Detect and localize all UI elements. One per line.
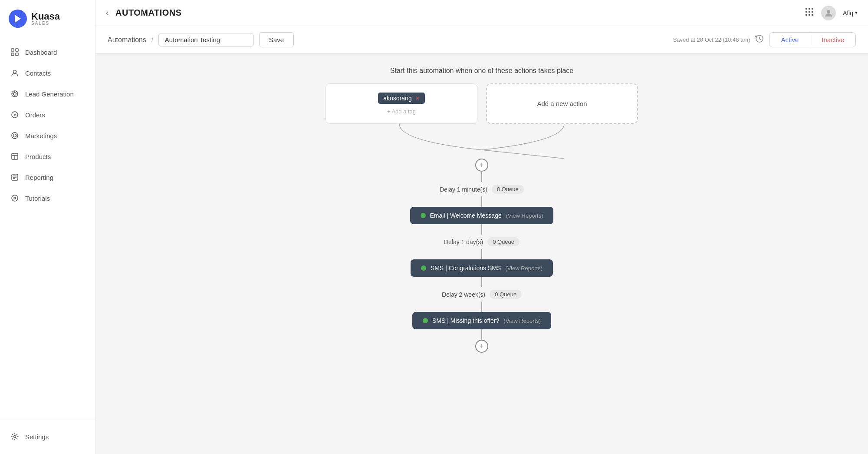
action-node-1-label: Email | Welcome Message <box>430 212 502 219</box>
svg-point-7 <box>13 93 16 95</box>
sidebar-nav: Dashboard Contacts <box>0 37 95 419</box>
save-button[interactable]: Save <box>259 32 294 47</box>
sidebar-item-products[interactable]: Products <box>0 146 95 167</box>
logo-name: Kuasa <box>31 12 60 21</box>
settings-icon <box>10 432 19 441</box>
flow-line-3 <box>481 224 482 235</box>
tag-label: akusorang <box>383 95 411 102</box>
delay-text-3: Delay 2 week(s) <box>442 291 485 298</box>
action-node-3[interactable]: SMS | Missing this offer? (View Reports) <box>412 312 551 329</box>
view-reports-2[interactable]: (View Reports) <box>505 265 542 272</box>
tag-remove-icon[interactable]: ✕ <box>415 95 420 101</box>
content: Automations / Save Saved at 28 Oct 22 (1… <box>95 26 868 454</box>
avatar <box>821 6 836 20</box>
action-node-1[interactable]: Email | Welcome Message (View Reports) <box>410 207 554 224</box>
orders-icon <box>10 110 19 119</box>
breadcrumb-separator: / <box>151 36 153 43</box>
svg-marker-0 <box>15 15 21 23</box>
breadcrumb-right: Saved at 28 Oct 22 (10:48 am) Active Ina… <box>673 32 856 47</box>
svg-point-23 <box>12 195 18 201</box>
grid-icon[interactable] <box>805 7 814 19</box>
delay-row-3: Delay 2 week(s) 0 Queue <box>442 290 522 299</box>
canvas: Start this automation when one of these … <box>95 54 868 454</box>
user-name: Afiq <box>843 10 853 17</box>
sidebar-item-tutorials-label: Tutorials <box>25 195 50 202</box>
sidebar-item-reporting[interactable]: Reporting <box>0 167 95 188</box>
flow-line-4 <box>481 249 482 259</box>
breadcrumb-bar: Automations / Save Saved at 28 Oct 22 (1… <box>95 26 868 54</box>
flow-line-2 <box>481 196 482 207</box>
svg-rect-33 <box>809 14 810 16</box>
svg-rect-32 <box>806 14 807 16</box>
svg-rect-29 <box>806 11 807 13</box>
add-circle-icon: + <box>480 161 484 170</box>
automation-name-input[interactable] <box>158 33 254 46</box>
status-toggle: Active Inactive <box>769 32 856 47</box>
sidebar-bottom: Settings <box>0 419 95 454</box>
topbar-title: AUTOMATIONS <box>115 8 182 18</box>
user-menu[interactable]: Afiq ▾ <box>843 10 858 17</box>
connector-svg <box>317 124 647 159</box>
history-icon[interactable] <box>755 34 764 45</box>
node-status-dot-3 <box>423 318 428 323</box>
trigger-row: akusorang ✕ + Add a tag Add a new action <box>326 83 638 124</box>
sidebar-item-dashboard[interactable]: Dashboard <box>0 42 95 63</box>
sidebar-item-lead-generation[interactable]: Lead Generation <box>0 83 95 104</box>
svg-rect-34 <box>812 14 813 16</box>
add-node-button[interactable]: + <box>475 159 488 172</box>
svg-rect-26 <box>806 8 807 10</box>
add-action-label: Add a new action <box>537 100 587 107</box>
queue-badge-2: 0 Queue <box>487 237 519 246</box>
logo-icon <box>9 10 27 28</box>
svg-rect-28 <box>812 8 813 10</box>
dashboard-icon <box>10 48 19 56</box>
products-icon <box>10 152 19 161</box>
action-node-3-label: SMS | Missing this offer? <box>432 317 499 324</box>
trigger-box: akusorang ✕ + Add a tag <box>326 83 477 124</box>
sidebar-item-reporting-label: Reporting <box>25 174 53 181</box>
main-area: ‹ AUTOMATIONS <box>95 0 868 454</box>
sidebar-item-marketings[interactable]: Marketings <box>0 125 95 146</box>
node-status-dot-2 <box>421 265 426 271</box>
saved-timestamp: Saved at 28 Oct 22 (10:48 am) <box>673 36 750 43</box>
add-tag-button[interactable]: + Add a tag <box>387 108 416 115</box>
view-reports-1[interactable]: (View Reports) <box>506 212 543 219</box>
sidebar-item-products-label: Products <box>25 153 51 160</box>
tag-pill: akusorang ✕ <box>378 93 424 104</box>
svg-point-24 <box>14 197 16 199</box>
sidebar-item-settings[interactable]: Settings <box>0 426 95 447</box>
svg-point-35 <box>827 10 830 13</box>
add-node-button-bottom[interactable]: + <box>475 340 488 353</box>
delay-row-2: Delay 1 day(s) 0 Queue <box>444 237 519 246</box>
chevron-down-icon: ▾ <box>855 10 858 16</box>
sidebar-item-orders[interactable]: Orders <box>0 104 95 125</box>
svg-rect-30 <box>809 11 810 13</box>
back-button[interactable]: ‹ <box>106 8 108 17</box>
svg-rect-4 <box>16 53 18 56</box>
flow-line-6 <box>481 302 482 312</box>
action-node-2-label: SMS | Congralutions SMS <box>431 265 501 272</box>
topbar-right: Afiq ▾ <box>805 6 858 20</box>
logo: Kuasa SALES <box>0 0 95 37</box>
breadcrumb-automations-link[interactable]: Automations <box>108 36 146 44</box>
flow-line-5 <box>481 277 482 287</box>
view-reports-3[interactable]: (View Reports) <box>503 318 541 324</box>
logo-text: Kuasa SALES <box>31 12 60 26</box>
svg-point-5 <box>13 70 16 73</box>
action-node-2[interactable]: SMS | Congralutions SMS (View Reports) <box>411 259 553 277</box>
svg-point-13 <box>14 114 16 116</box>
marketings-icon <box>10 131 19 140</box>
sidebar-item-contacts-label: Contacts <box>25 70 51 77</box>
queue-badge-3: 0 Queue <box>490 290 522 299</box>
reporting-icon <box>10 173 19 182</box>
svg-point-14 <box>12 133 18 139</box>
node-status-dot-1 <box>421 213 426 218</box>
inactive-button[interactable]: Inactive <box>810 33 855 47</box>
sidebar-item-contacts[interactable]: Contacts <box>0 63 95 83</box>
sidebar-item-tutorials[interactable]: Tutorials <box>0 188 95 209</box>
delay-row-1: Delay 1 minute(s) 0 Queue <box>440 185 524 194</box>
add-action-box[interactable]: Add a new action <box>486 83 638 124</box>
delay-text-2: Delay 1 day(s) <box>444 239 483 245</box>
active-button[interactable]: Active <box>769 33 810 47</box>
queue-badge-1: 0 Queue <box>492 185 524 194</box>
